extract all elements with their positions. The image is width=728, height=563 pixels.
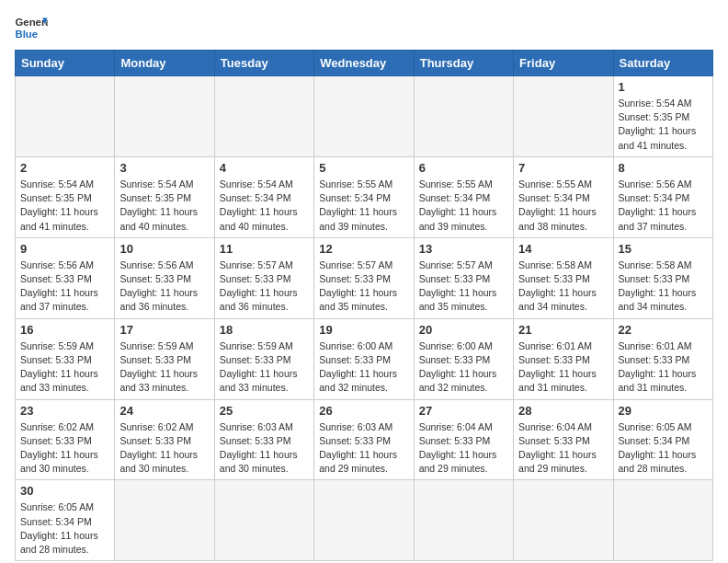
- calendar-row: 9Sunrise: 5:56 AM Sunset: 5:33 PM Daylig…: [16, 237, 713, 318]
- calendar-cell: 22Sunrise: 6:01 AM Sunset: 5:33 PM Dayli…: [613, 318, 712, 399]
- day-number: 23: [20, 404, 109, 418]
- day-number: 11: [220, 242, 309, 256]
- day-info: Sunrise: 5:56 AM Sunset: 5:33 PM Dayligh…: [20, 259, 109, 315]
- calendar-cell: 16Sunrise: 5:59 AM Sunset: 5:33 PM Dayli…: [16, 318, 115, 399]
- day-number: 24: [119, 404, 209, 418]
- day-info: Sunrise: 5:57 AM Sunset: 5:33 PM Dayligh…: [419, 259, 508, 315]
- calendar-cell: 7Sunrise: 5:55 AM Sunset: 5:34 PM Daylig…: [514, 156, 613, 237]
- calendar-cell: 9Sunrise: 5:56 AM Sunset: 5:33 PM Daylig…: [16, 237, 115, 318]
- day-info: Sunrise: 5:58 AM Sunset: 5:33 PM Dayligh…: [518, 259, 608, 315]
- calendar-cell: [214, 480, 313, 561]
- logo-icon: General Blue: [15, 15, 48, 40]
- day-number: 19: [319, 323, 408, 337]
- calendar-cell: 23Sunrise: 6:02 AM Sunset: 5:33 PM Dayli…: [16, 399, 115, 480]
- day-info: Sunrise: 6:01 AM Sunset: 5:33 PM Dayligh…: [619, 339, 708, 396]
- day-number: 7: [518, 161, 608, 175]
- page-header: General Blue: [15, 15, 713, 40]
- calendar-cell: [214, 76, 313, 157]
- day-number: 10: [119, 242, 209, 256]
- calendar-row: 30Sunrise: 6:05 AM Sunset: 5:34 PM Dayli…: [16, 480, 713, 561]
- calendar-cell: 6Sunrise: 5:55 AM Sunset: 5:34 PM Daylig…: [414, 156, 513, 237]
- weekday-header-friday: Friday: [514, 51, 613, 76]
- calendar-cell: 12Sunrise: 5:57 AM Sunset: 5:33 PM Dayli…: [314, 237, 414, 318]
- day-number: 6: [419, 161, 508, 175]
- calendar-cell: 25Sunrise: 6:03 AM Sunset: 5:33 PM Dayli…: [214, 399, 313, 480]
- day-info: Sunrise: 5:56 AM Sunset: 5:34 PM Dayligh…: [619, 178, 708, 234]
- weekday-header-monday: Monday: [115, 51, 214, 76]
- calendar-cell: [314, 480, 414, 561]
- day-number: 27: [419, 404, 508, 418]
- day-info: Sunrise: 5:55 AM Sunset: 5:34 PM Dayligh…: [419, 178, 508, 234]
- calendar-cell: [16, 76, 115, 157]
- day-info: Sunrise: 5:59 AM Sunset: 5:33 PM Dayligh…: [119, 339, 209, 396]
- day-info: Sunrise: 5:58 AM Sunset: 5:33 PM Dayligh…: [619, 259, 708, 315]
- calendar-cell: 29Sunrise: 6:05 AM Sunset: 5:34 PM Dayli…: [613, 399, 712, 480]
- day-number: 26: [319, 404, 408, 418]
- day-info: Sunrise: 5:59 AM Sunset: 5:33 PM Dayligh…: [220, 339, 309, 396]
- calendar-cell: 20Sunrise: 6:00 AM Sunset: 5:33 PM Dayli…: [414, 318, 513, 399]
- day-number: 3: [119, 161, 209, 175]
- logo: General Blue: [15, 15, 48, 40]
- day-number: 12: [319, 242, 408, 256]
- day-info: Sunrise: 6:02 AM Sunset: 5:33 PM Dayligh…: [119, 420, 209, 477]
- calendar-cell: 2Sunrise: 5:54 AM Sunset: 5:35 PM Daylig…: [16, 156, 115, 237]
- day-number: 15: [619, 242, 708, 256]
- day-info: Sunrise: 6:04 AM Sunset: 5:33 PM Dayligh…: [518, 420, 608, 477]
- calendar-cell: 26Sunrise: 6:03 AM Sunset: 5:33 PM Dayli…: [314, 399, 414, 480]
- day-info: Sunrise: 5:54 AM Sunset: 5:35 PM Dayligh…: [119, 178, 209, 234]
- calendar-row: 16Sunrise: 5:59 AM Sunset: 5:33 PM Dayli…: [16, 318, 713, 399]
- calendar-cell: [514, 76, 613, 157]
- day-number: 18: [220, 323, 309, 337]
- calendar-cell: [414, 480, 513, 561]
- day-info: Sunrise: 5:57 AM Sunset: 5:33 PM Dayligh…: [319, 259, 408, 315]
- calendar-cell: 27Sunrise: 6:04 AM Sunset: 5:33 PM Dayli…: [414, 399, 513, 480]
- day-number: 30: [20, 484, 109, 498]
- day-info: Sunrise: 6:03 AM Sunset: 5:33 PM Dayligh…: [220, 420, 309, 477]
- calendar-cell: [514, 480, 613, 561]
- day-number: 17: [119, 323, 209, 337]
- day-info: Sunrise: 6:05 AM Sunset: 5:34 PM Dayligh…: [20, 500, 109, 557]
- weekday-header-thursday: Thursday: [414, 51, 513, 76]
- calendar-row: 23Sunrise: 6:02 AM Sunset: 5:33 PM Dayli…: [16, 399, 713, 480]
- calendar-table: SundayMondayTuesdayWednesdayThursdayFrid…: [15, 50, 713, 561]
- calendar-cell: 5Sunrise: 5:55 AM Sunset: 5:34 PM Daylig…: [314, 156, 414, 237]
- calendar-cell: 13Sunrise: 5:57 AM Sunset: 5:33 PM Dayli…: [414, 237, 513, 318]
- calendar-cell: 8Sunrise: 5:56 AM Sunset: 5:34 PM Daylig…: [613, 156, 712, 237]
- calendar-cell: 21Sunrise: 6:01 AM Sunset: 5:33 PM Dayli…: [514, 318, 613, 399]
- day-info: Sunrise: 5:55 AM Sunset: 5:34 PM Dayligh…: [319, 178, 408, 234]
- day-number: 25: [220, 404, 309, 418]
- svg-text:Blue: Blue: [16, 29, 39, 40]
- calendar-cell: 19Sunrise: 6:00 AM Sunset: 5:33 PM Dayli…: [314, 318, 414, 399]
- calendar-cell: [414, 76, 513, 157]
- day-number: 20: [419, 323, 508, 337]
- day-number: 29: [619, 404, 708, 418]
- day-info: Sunrise: 6:00 AM Sunset: 5:33 PM Dayligh…: [419, 339, 508, 396]
- day-info: Sunrise: 5:54 AM Sunset: 5:35 PM Dayligh…: [619, 97, 708, 153]
- calendar-cell: 4Sunrise: 5:54 AM Sunset: 5:34 PM Daylig…: [214, 156, 313, 237]
- day-number: 5: [319, 161, 408, 175]
- calendar-row: 2Sunrise: 5:54 AM Sunset: 5:35 PM Daylig…: [16, 156, 713, 237]
- day-number: 21: [518, 323, 608, 337]
- day-info: Sunrise: 5:56 AM Sunset: 5:33 PM Dayligh…: [119, 259, 209, 315]
- calendar-cell: [314, 76, 414, 157]
- day-number: 16: [20, 323, 109, 337]
- day-number: 1: [619, 80, 708, 94]
- day-info: Sunrise: 6:05 AM Sunset: 5:34 PM Dayligh…: [619, 420, 708, 477]
- calendar-cell: 30Sunrise: 6:05 AM Sunset: 5:34 PM Dayli…: [16, 480, 115, 561]
- day-number: 9: [20, 242, 109, 256]
- calendar-cell: 14Sunrise: 5:58 AM Sunset: 5:33 PM Dayli…: [514, 237, 613, 318]
- calendar-cell: 28Sunrise: 6:04 AM Sunset: 5:33 PM Dayli…: [514, 399, 613, 480]
- calendar-cell: 3Sunrise: 5:54 AM Sunset: 5:35 PM Daylig…: [115, 156, 214, 237]
- weekday-header-wednesday: Wednesday: [314, 51, 414, 76]
- weekday-header-sunday: Sunday: [16, 51, 115, 76]
- calendar-cell: 17Sunrise: 5:59 AM Sunset: 5:33 PM Dayli…: [115, 318, 214, 399]
- day-number: 22: [619, 323, 708, 337]
- day-info: Sunrise: 5:57 AM Sunset: 5:33 PM Dayligh…: [220, 259, 309, 315]
- day-info: Sunrise: 5:54 AM Sunset: 5:34 PM Dayligh…: [220, 178, 309, 234]
- day-number: 4: [220, 161, 309, 175]
- calendar-cell: 18Sunrise: 5:59 AM Sunset: 5:33 PM Dayli…: [214, 318, 313, 399]
- calendar-cell: 1Sunrise: 5:54 AM Sunset: 5:35 PM Daylig…: [613, 76, 712, 157]
- day-info: Sunrise: 6:04 AM Sunset: 5:33 PM Dayligh…: [419, 420, 508, 477]
- calendar-cell: 11Sunrise: 5:57 AM Sunset: 5:33 PM Dayli…: [214, 237, 313, 318]
- weekday-header-row: SundayMondayTuesdayWednesdayThursdayFrid…: [16, 51, 713, 76]
